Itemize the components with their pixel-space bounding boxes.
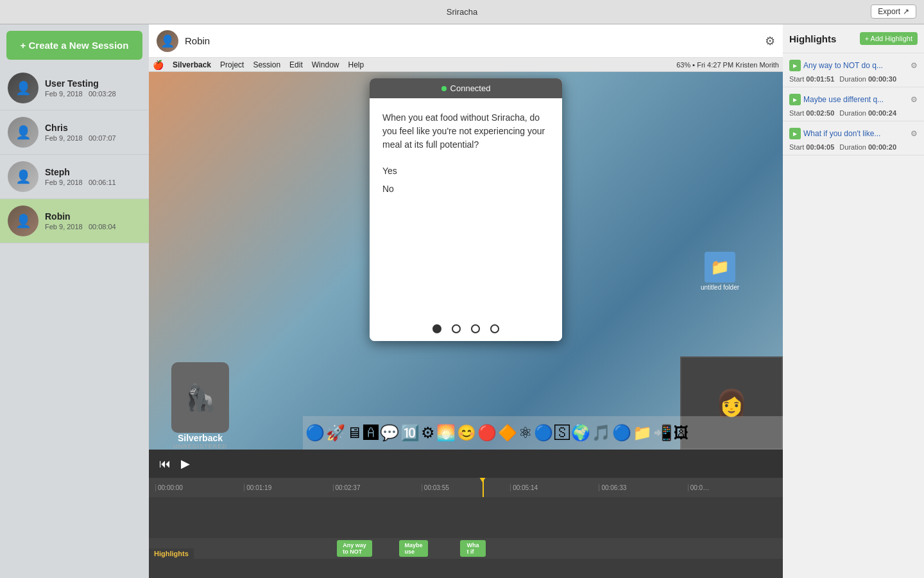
dot-1 [432,324,441,333]
dock-app7[interactable]: 🔵 [534,424,553,442]
connected-label: Connected [450,83,491,93]
time-marker-5: 00:06:33 [599,484,687,491]
highlight-name-2[interactable]: What if you don't like... [803,129,908,138]
highlight-play-0[interactable] [789,60,801,71]
highlight-chip-2[interactable]: Maybeuse [399,540,428,557]
current-user-name: Robin [185,35,210,46]
video-area: Connected When you eat food without Srir… [149,72,783,450]
dock-app11[interactable]: 📲 [653,424,672,442]
mascot-area: 🦍 Silverback UNREGISTERED [162,362,239,450]
dock-app1[interactable]: 🖥 [346,424,362,442]
session-meta-steph: Feb 9, 2018 00:06:11 [45,179,141,186]
session-name-chris: Chris [45,123,141,133]
session-name-user-testing: User Testing [45,78,141,89]
highlight-duration-label-2: Duration 00:00:20 [839,143,896,151]
add-highlight-button[interactable]: + Add Highlight [860,32,918,45]
dock-app8[interactable]: 🅂 [554,424,570,442]
highlight-play-1[interactable] [789,94,801,105]
session-item-user-testing[interactable]: 👤 User Testing Feb 9, 2018 00:03:28 [0,66,149,110]
highlight-gear-2[interactable]: ⚙ [911,129,918,138]
playback-controls: ⏮ ▶ [149,450,783,478]
highlight-chip-1[interactable]: Any wayto NOT [337,540,372,557]
highlights-title: Highlights [789,33,836,44]
dot-3 [471,324,480,333]
highlight-name-1[interactable]: Maybe use different q... [803,95,908,104]
dock-appstore[interactable]: 🅰 [363,424,379,442]
time-marker-3: 00:03:55 [422,484,510,491]
dock-app6[interactable]: ⚛ [518,424,533,442]
dock-app5[interactable]: 🔶 [498,424,517,442]
desktop-background: Connected When you eat food without Srir… [149,72,783,450]
time-marker-1: 00:01:19 [244,484,332,491]
highlight-gear-0[interactable]: ⚙ [911,61,918,70]
highlight-meta-0: Start 00:01:51 Duration 00:00:30 [789,75,918,83]
session-info-chris: Chris Feb 9, 2018 00:07:07 [45,123,141,142]
dock-app12[interactable]: 🖼 [674,424,689,442]
highlight-item-2: What if you don't like... ⚙ Start 00:04:… [783,121,924,155]
create-session-button[interactable]: + Create a New Session [6,31,142,60]
highlight-duration-label-1: Duration 00:00:24 [839,109,896,117]
menubar-silverback[interactable]: Silverback [173,60,211,69]
session-list: 👤 User Testing Feb 9, 2018 00:03:28 👤 Ch… [0,66,149,578]
right-panel: Highlights + Add Highlight Any way to NO… [783,24,924,578]
session-item-steph[interactable]: 👤 Steph Feb 9, 2018 00:06:11 [0,155,149,199]
right-panel-header: Highlights + Add Highlight [783,24,924,53]
playhead [483,478,484,497]
dock-app4[interactable]: 🔴 [477,424,497,442]
time-marker-0: 00:00:00 [155,484,244,491]
highlight-title-1: Maybe use different q... ⚙ [789,94,918,105]
highlight-item-1: Maybe use different q... ⚙ Start 00:02:5… [783,87,924,121]
settings-icon[interactable]: ⚙ [765,34,775,48]
dock-finder[interactable]: 🔵 [305,424,325,442]
skip-back-button[interactable]: ⏮ [159,457,171,471]
highlight-title-0: Any way to NOT do q... ⚙ [789,60,918,71]
menubar-help[interactable]: Help [348,60,364,69]
dock-emoji[interactable]: 😊 [457,424,476,442]
main-layout: + Create a New Session 👤 User Testing Fe… [0,24,924,578]
dock-music[interactable]: 🎵 [592,424,611,442]
session-name-steph: Steph [45,167,141,177]
dock-app10[interactable]: 🔵 [612,424,631,442]
menubar-window[interactable]: Window [312,60,339,69]
time-marker-4: 00:05:14 [510,484,599,491]
highlight-item-0: Any way to NOT do q... ⚙ Start 00:01:51 … [783,53,924,87]
phone-dots [370,317,562,341]
session-meta-user-testing: Feb 9, 2018 00:03:28 [45,90,141,98]
highlight-meta-2: Start 00:04:05 Duration 00:00:20 [789,143,918,151]
session-name-robin: Robin [45,211,141,222]
dock-launchpad[interactable]: 🚀 [326,424,345,442]
mascot-sub: UNREGISTERED [162,443,239,450]
phone-question: When you eat food without Sriracha, do y… [382,111,549,152]
timeline-area: ⏮ ▶ 00:00:00 00:01:19 00:02:37 00:03:55 … [149,450,783,578]
option-yes[interactable]: Yes [382,162,549,180]
desktop-icon-folder[interactable]: 📁 untitled folder [701,252,739,291]
highlight-play-2[interactable] [789,128,801,139]
highlight-name-0[interactable]: Any way to NOT do q... [803,61,908,70]
session-item-robin[interactable]: 👤 Robin Feb 9, 2018 00:08:04 [0,199,149,243]
session-meta-robin: Feb 9, 2018 00:08:04 [45,223,141,231]
option-no[interactable]: No [382,180,549,198]
highlight-gear-1[interactable]: ⚙ [911,95,918,104]
highlight-chip-3[interactable]: What if [460,540,486,557]
menubar-session[interactable]: Session [253,60,280,69]
mascot-label: Silverback [162,433,239,443]
dock: 🔵 🚀 🖥 🅰 💬 🔟 ⚙ 🌅 😊 🔴 🔶 ⚛ 🔵 🅂 🌍 🎵 [303,416,783,450]
menubar-status: 63% ▪ Fri 4:27 PM Kristen Morith [676,61,779,69]
phone-options: Yes No [382,162,549,198]
dock-messages[interactable]: 💬 [380,424,399,442]
export-button[interactable]: Export ↗ [871,4,916,19]
menubar-project[interactable]: Project [220,60,244,69]
dock-app9[interactable]: 🌍 [571,424,590,442]
play-button[interactable]: ▶ [181,457,190,471]
dock-app3[interactable]: ⚙ [421,424,435,442]
session-avatar-user-testing: 👤 [8,73,38,103]
session-item-chris[interactable]: 👤 Chris Feb 9, 2018 00:07:07 [0,110,149,155]
session-info-robin: Robin Feb 9, 2018 00:08:04 [45,211,141,231]
time-ruler[interactable]: 00:00:00 00:01:19 00:02:37 00:03:55 00:0… [149,478,783,497]
session-avatar-chris: 👤 [8,117,38,148]
dock-photos[interactable]: 🌅 [436,424,456,442]
dock-files[interactable]: 📁 [633,424,652,442]
dock-app2[interactable]: 🔟 [400,424,420,442]
connected-indicator [441,86,447,91]
menubar-edit[interactable]: Edit [289,60,303,69]
